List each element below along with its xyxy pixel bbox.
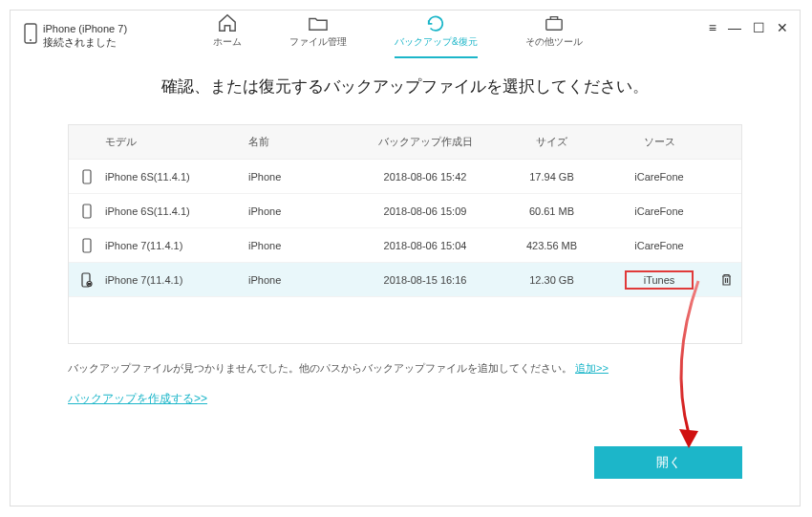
svg-marker-9	[679, 429, 698, 448]
tab-tools[interactable]: その他ツール	[525, 13, 583, 58]
open-button[interactable]: 開く	[594, 446, 742, 479]
tab-home-label: ホーム	[213, 35, 242, 49]
footer: バックアップファイルが見つかりませんでした。他のパスからバックアップファイルを追…	[68, 361, 742, 407]
device-info: iPhone (iPhone 7) 接続されました	[24, 22, 127, 49]
th-source: ソース	[607, 135, 712, 149]
source-highlight: iTunes	[625, 270, 694, 290]
cell-source: iTunes	[607, 270, 712, 290]
svg-rect-8	[88, 283, 91, 286]
menu-icon[interactable]: ≡	[709, 20, 716, 35]
cell-model: iPhone 7(11.4.1)	[105, 274, 248, 286]
svg-rect-4	[83, 205, 91, 218]
tab-home[interactable]: ホーム	[213, 13, 242, 58]
svg-rect-2	[546, 19, 562, 30]
device-status: 接続されました	[43, 35, 127, 49]
cell-date: 2018-08-06 15:04	[353, 240, 497, 251]
close-button[interactable]: ✕	[777, 20, 788, 35]
backup-table: モデル 名前 バックアップ作成日 サイズ ソース iPhone 6S(11.4.…	[68, 124, 742, 344]
svg-point-1	[30, 39, 32, 41]
tab-tools-label: その他ツール	[525, 35, 583, 49]
tab-files-label: ファイル管理	[289, 35, 347, 49]
phone-lock-icon	[69, 272, 105, 288]
cell-size: 60.61 MB	[497, 205, 607, 217]
cell-model: iPhone 7(11.4.1)	[105, 240, 248, 251]
phone-icon	[69, 238, 105, 253]
tab-backup[interactable]: バックアップ&復元	[395, 13, 478, 58]
cell-date: 2018-08-06 15:42	[353, 171, 497, 183]
cell-date: 2018-08-15 16:16	[353, 274, 497, 286]
cell-size: 423.56 MB	[497, 240, 607, 251]
table-row[interactable]: iPhone 7(11.4.1) iPhone 2018-08-06 15:04…	[69, 228, 741, 263]
th-date: バックアップ作成日	[353, 135, 497, 149]
cell-size: 12.30 GB	[497, 274, 607, 286]
cell-name: iPhone	[248, 205, 353, 217]
cell-source: iCareFone	[607, 240, 712, 251]
phone-icon	[69, 204, 105, 219]
titlebar: iPhone (iPhone 7) 接続されました ホーム ファイル管理 バック…	[11, 11, 800, 53]
window-controls: ≡ — ☐ ✕	[709, 20, 788, 35]
nav-tabs: ホーム ファイル管理 バックアップ&復元 その他ツール	[213, 13, 583, 58]
svg-rect-5	[83, 239, 91, 252]
cell-date: 2018-08-06 15:09	[353, 205, 497, 217]
table-header: モデル 名前 バックアップ作成日 サイズ ソース	[69, 125, 741, 160]
cell-model: iPhone 6S(11.4.1)	[105, 205, 248, 217]
cell-name: iPhone	[248, 171, 353, 183]
app-window: iPhone (iPhone 7) 接続されました ホーム ファイル管理 バック…	[10, 10, 801, 506]
maximize-button[interactable]: ☐	[753, 20, 765, 35]
svg-rect-3	[83, 170, 91, 183]
tab-backup-label: バックアップ&復元	[395, 35, 478, 49]
add-link[interactable]: 追加>>	[575, 362, 609, 374]
cell-name: iPhone	[248, 274, 353, 286]
phone-icon	[24, 23, 37, 48]
th-model: モデル	[105, 135, 248, 149]
table-row[interactable]: iPhone 6S(11.4.1) iPhone 2018-08-06 15:4…	[69, 160, 741, 194]
cell-name: iPhone	[248, 240, 353, 251]
create-backup-link[interactable]: バックアップを作成する>>	[68, 391, 207, 407]
table-row[interactable]: iPhone 7(11.4.1) iPhone 2018-08-15 16:16…	[69, 263, 741, 297]
minimize-button[interactable]: —	[728, 20, 741, 35]
th-size: サイズ	[497, 135, 607, 149]
cell-model: iPhone 6S(11.4.1)	[105, 171, 248, 183]
cell-source: iCareFone	[607, 171, 712, 183]
device-name: iPhone (iPhone 7)	[43, 22, 127, 35]
cell-source: iCareFone	[607, 205, 712, 217]
tab-files[interactable]: ファイル管理	[289, 13, 347, 58]
phone-icon	[69, 169, 105, 184]
notfound-text: バックアップファイルが見つかりませんでした。他のパスからバックアップファイルを追…	[68, 362, 572, 374]
delete-button[interactable]	[712, 273, 740, 287]
table-row[interactable]: iPhone 6S(11.4.1) iPhone 2018-08-06 15:0…	[69, 194, 741, 228]
cell-size: 17.94 GB	[497, 171, 607, 183]
page-prompt: 確認、または復元するバックアップファイルを選択してください。	[68, 75, 742, 97]
th-name: 名前	[248, 135, 353, 149]
main-content: 確認、または復元するバックアップファイルを選択してください。 モデル 名前 バッ…	[11, 53, 800, 407]
